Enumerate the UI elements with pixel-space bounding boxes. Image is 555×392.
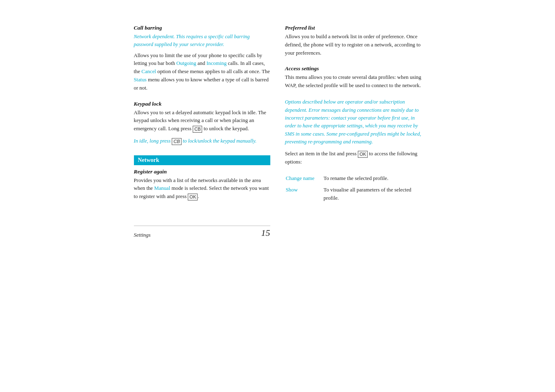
- footer-right: 15: [261, 228, 270, 238]
- cb-key-1: CB: [193, 126, 202, 133]
- incoming-link: Incoming: [207, 60, 227, 66]
- outgoing-link: Outgoing: [176, 60, 196, 66]
- call-barring-title: Call barring: [134, 25, 270, 31]
- options-table-row: ShowTo visualise all parameters of the s…: [286, 186, 421, 205]
- footer-left: Settings: [134, 232, 151, 238]
- register-again-title: Register again: [134, 168, 270, 175]
- access-settings-body: This menu allows you to create several d…: [285, 74, 421, 90]
- option-desc: To visualise all parameters of the selec…: [324, 186, 421, 205]
- select-item-text: Select an item in the list and press OK …: [285, 150, 421, 166]
- option-desc: To rename the selected profile.: [324, 175, 421, 185]
- footer: Settings 15: [134, 226, 270, 238]
- keypad-lock-section: Keypad lock Allows you to set a delayed …: [134, 101, 270, 150]
- register-again-body: Provides you with a list of the networks…: [134, 177, 270, 201]
- keypad-lock-title: Keypad lock: [134, 101, 270, 107]
- option-label: Change name: [286, 175, 323, 185]
- ok-key-left: OK: [188, 194, 198, 201]
- network-header: Network: [134, 155, 270, 165]
- manual-link: Manual: [154, 185, 170, 191]
- keypad-lock-italic: In idle, long press CB to lock/unlock th…: [134, 137, 270, 145]
- italic-warning: Options described below are operator and…: [285, 98, 421, 146]
- register-again-section: Register again Provides you with a list …: [134, 168, 270, 205]
- preferred-list-title: Preferred list: [285, 25, 421, 31]
- cancel-link: Cancel: [141, 69, 156, 74]
- cb-key-2: CB: [172, 138, 181, 145]
- page: Call barring Network dependent. This req…: [134, 25, 421, 238]
- access-settings-section: Access settings This menu allows you to …: [285, 65, 421, 94]
- keypad-lock-body: Allows you to set a delayed automatic ke…: [134, 109, 270, 133]
- left-column: Call barring Network dependent. This req…: [134, 25, 270, 238]
- preferred-list-section: Preferred list Allows you to build a net…: [285, 25, 421, 61]
- access-settings-title: Access settings: [285, 65, 421, 72]
- right-column: Preferred list Allows you to build a net…: [285, 25, 421, 206]
- options-table-row: Change nameTo rename the selected profil…: [286, 175, 421, 185]
- status-link: Status: [134, 77, 147, 83]
- call-barring-body: Allows you to limit the use of your phon…: [134, 52, 270, 92]
- options-table: Change nameTo rename the selected profil…: [285, 174, 421, 205]
- ok-key-right: OK: [358, 151, 368, 158]
- option-label: Show: [286, 186, 323, 205]
- preferred-list-body: Allows you to build a network list in or…: [285, 33, 421, 57]
- call-barring-section: Call barring Network dependent. This req…: [134, 25, 270, 97]
- call-barring-note: Network dependent. This requires a speci…: [134, 33, 270, 48]
